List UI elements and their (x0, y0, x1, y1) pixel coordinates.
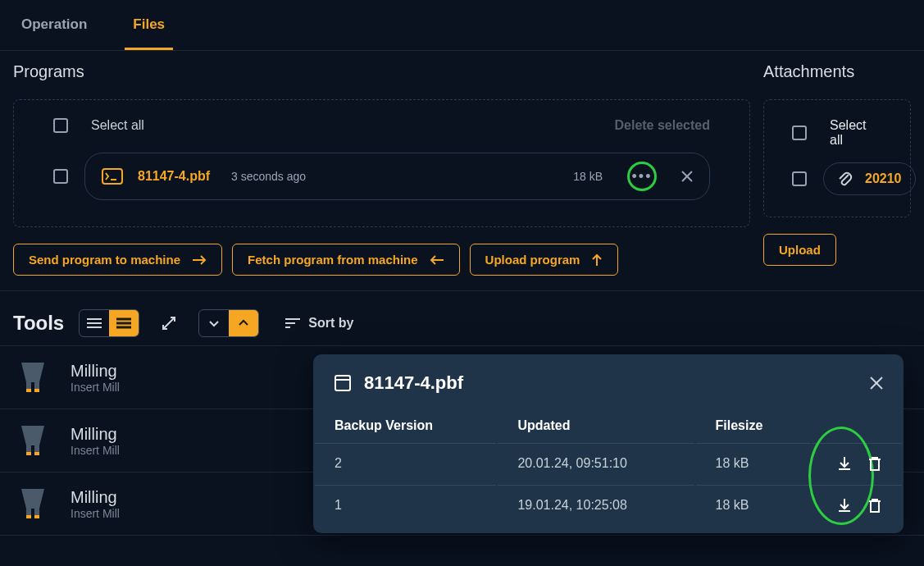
cell-size: 18 kB (696, 485, 810, 525)
table-row: 2 20.01.24, 09:51:10 18 kB (315, 443, 902, 483)
svg-rect-16 (34, 389, 39, 392)
file-chip[interactable]: 81147-4.pbf 3 seconds ago 18 kB ••• (84, 153, 710, 200)
collapse-expand-toggle (198, 309, 259, 337)
sort-icon (285, 317, 300, 329)
svg-rect-25 (335, 376, 350, 390)
more-icon: ••• (632, 168, 653, 185)
table-row: 1 19.01.24, 10:25:08 18 kB (315, 485, 902, 525)
svg-rect-15 (26, 389, 31, 392)
select-all-checkbox[interactable] (53, 118, 68, 133)
cell-version: 1 (315, 485, 496, 525)
col-updated: Updated (498, 410, 694, 441)
backup-table: Backup Version Updated Filesize 2 20.01.… (313, 409, 904, 527)
attachments-panel: Attachments Select all 20210 Upload (763, 62, 911, 276)
file-size: 18 kB (573, 170, 603, 183)
tool-name: Milling (71, 362, 120, 381)
file-age: 3 seconds ago (231, 170, 306, 183)
mill-icon (13, 421, 52, 460)
tab-files[interactable]: Files (125, 0, 173, 50)
send-program-button[interactable]: Send program to machine (13, 244, 222, 276)
programs-selectall-row: Select all Delete selected (27, 112, 736, 139)
attach-select-all-label: Select all (830, 118, 882, 148)
svg-rect-20 (34, 452, 39, 455)
sort-by-label: Sort by (308, 316, 353, 331)
backup-versions-modal: 81147-4.pbf Backup Version Updated Files… (313, 354, 904, 533)
expand-icon[interactable] (154, 315, 184, 331)
select-all-label: Select all (91, 118, 144, 133)
modal-title: 81147-4.pbf (364, 372, 463, 394)
panels: Programs Select all Delete selected 8114… (0, 51, 924, 291)
view-list-button[interactable] (80, 310, 109, 336)
col-filesize: Filesize (696, 410, 810, 441)
tab-operation[interactable]: Operation (13, 0, 95, 50)
delete-button[interactable] (867, 497, 882, 514)
program-file-row: 81147-4.pbf 3 seconds ago 18 kB ••• (27, 148, 736, 205)
arrow-right-icon (192, 254, 207, 266)
paperclip-icon (837, 171, 853, 186)
tool-name: Milling (71, 488, 120, 507)
svg-rect-23 (26, 515, 31, 518)
download-button[interactable] (836, 455, 853, 472)
chevron-up-button[interactable] (229, 310, 258, 336)
tools-toolbar: Tools Sort by (0, 291, 924, 345)
view-compact-button[interactable] (109, 310, 139, 336)
delete-selected-button[interactable]: Delete selected (614, 118, 710, 133)
file-checkbox[interactable] (53, 169, 68, 184)
tool-subtitle: Insert Mill (71, 381, 120, 394)
col-version: Backup Version (315, 410, 496, 441)
delete-button[interactable] (867, 455, 882, 472)
attachment-chip[interactable]: 20210 (823, 162, 916, 195)
arrow-up-icon (591, 253, 603, 267)
cell-version: 2 (315, 443, 496, 483)
programs-title: Programs (13, 62, 750, 81)
cell-updated: 19.01.24, 10:25:08 (498, 485, 694, 525)
mill-icon (13, 484, 52, 523)
cell-updated: 20.01.24, 09:51:10 (498, 443, 694, 483)
download-button[interactable] (836, 497, 853, 514)
svg-rect-0 (102, 169, 122, 184)
tool-subtitle: Insert Mill (71, 507, 120, 520)
more-menu-button[interactable]: ••• (627, 162, 657, 191)
upload-attachment-button[interactable]: Upload (763, 234, 836, 266)
close-modal-button[interactable] (869, 376, 884, 390)
view-toggle (79, 309, 139, 337)
upload-program-button[interactable]: Upload program (470, 244, 619, 276)
tool-name: Milling (71, 425, 120, 444)
attach-select-all-checkbox[interactable] (792, 126, 807, 140)
file-icon (333, 373, 353, 393)
attachment-name: 20210 (865, 171, 902, 186)
fetch-program-button[interactable]: Fetch program from machine (232, 244, 460, 276)
sort-by-button[interactable]: Sort by (285, 316, 353, 331)
mill-icon (13, 358, 52, 397)
svg-rect-24 (34, 515, 39, 518)
remove-file-button[interactable] (681, 171, 693, 182)
file-name: 81147-4.pbf (138, 169, 210, 184)
attachments-title: Attachments (763, 62, 911, 81)
attachments-box: Select all 20210 (763, 99, 911, 217)
programs-box: Select all Delete selected 81147-4.pbf 3… (13, 99, 750, 227)
tabs: Operation Files (0, 0, 924, 51)
attach-file-checkbox[interactable] (792, 171, 807, 186)
tools-title: Tools (13, 312, 64, 335)
svg-rect-19 (26, 452, 31, 455)
arrow-left-icon (430, 254, 444, 266)
programs-buttons: Send program to machine Fetch program fr… (13, 244, 750, 276)
cell-size: 18 kB (696, 443, 810, 483)
chevron-down-button[interactable] (199, 310, 229, 336)
program-file-icon (102, 168, 123, 185)
tool-subtitle: Insert Mill (71, 444, 120, 457)
programs-panel: Programs Select all Delete selected 8114… (13, 62, 750, 276)
